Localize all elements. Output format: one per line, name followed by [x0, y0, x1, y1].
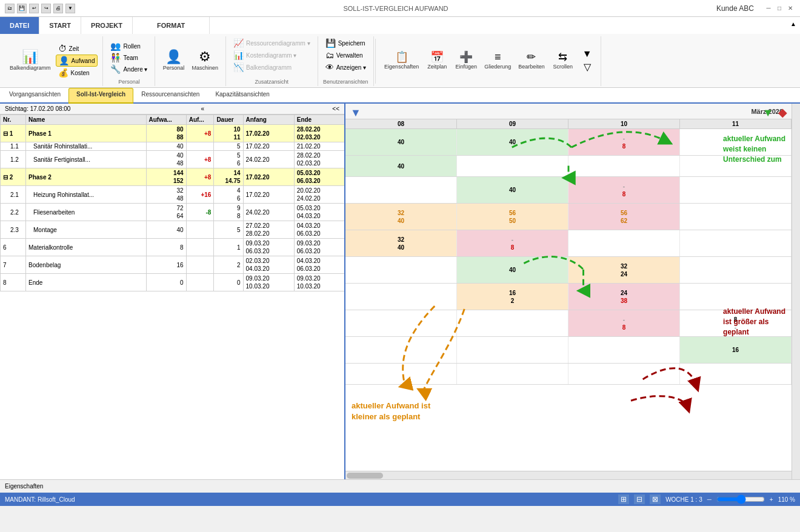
gliederung-btn[interactable]: ≡ Gliederung: [482, 50, 513, 71]
zeit-btn[interactable]: ⏱ Zeit: [56, 43, 98, 54]
col-name: Name: [25, 115, 146, 125]
tab-projekt[interactable]: PROJEKT: [81, 17, 133, 34]
vscroll-right[interactable]: [792, 104, 800, 479]
eigenschaften-btn[interactable]: 📋 Eigenschaften: [382, 50, 421, 71]
cell-two-val: 32 24: [621, 262, 627, 278]
grid-icon-2[interactable]: ⊟: [634, 494, 645, 504]
table-row: 7 Bodenbelag 16 2 02.03.2004.03.20 04.03…: [1, 256, 345, 274]
einfuegen-btn[interactable]: ➕ Einfügen: [453, 50, 479, 71]
bearbeiten-btn[interactable]: ✏ Bearbeiten: [516, 50, 547, 71]
zoom-slider[interactable]: [716, 494, 765, 504]
andere-icon: 🔧: [110, 64, 121, 74]
cell-top: -: [511, 236, 515, 244]
kosten-btn[interactable]: 💰 Kosten: [56, 67, 98, 78]
zoom-minus[interactable]: ─: [707, 496, 712, 503]
chart-nav-marker-red[interactable]: ◆: [778, 106, 787, 119]
zoom-plus[interactable]: +: [770, 496, 773, 503]
personal-big-label: Personal: [163, 65, 185, 71]
nav-prev[interactable]: «: [201, 105, 205, 112]
zeitplan-btn[interactable]: 📅 Zeitplan: [424, 50, 450, 71]
zoom-label: 110 %: [778, 496, 795, 503]
rollen-btn[interactable]: 👥 Rollen: [108, 41, 150, 52]
more-qat[interactable]: ▼: [65, 4, 75, 13]
gliederung-icon: ≡: [495, 52, 501, 62]
cell-auf: [186, 274, 214, 291]
tab-start[interactable]: START: [39, 17, 81, 34]
personal-big-btn[interactable]: 👤 Personal: [160, 49, 187, 72]
chart-row-7: 16: [345, 337, 792, 364]
zusatz-group-label: Zusatzansicht: [255, 78, 289, 85]
chart-cell: [680, 230, 792, 256]
phase-toggle[interactable]: ⊟: [3, 130, 8, 137]
phase2-toggle[interactable]: ⊟: [3, 174, 8, 181]
chart-cell: [680, 177, 792, 203]
filter1-btn[interactable]: ▼: [579, 48, 596, 60]
redo-qat[interactable]: ↪: [41, 4, 51, 13]
grid-icon-1[interactable]: ⊞: [618, 494, 629, 504]
maximize-btn[interactable]: □: [775, 4, 784, 13]
cell-nr: ⊟ 2: [1, 168, 26, 186]
cell-ende: 05.03.2006.03.20: [294, 168, 344, 186]
tab-datei[interactable]: DATEI: [0, 17, 39, 34]
hscroll-thumb[interactable]: [347, 473, 383, 479]
zusatz-col: 📈 Ressourcendiagramm ▾ 📊 Kostendiagramm …: [231, 38, 313, 73]
hscroll-bar[interactable]: [345, 471, 792, 479]
vtab-kapazitaet[interactable]: Kapazitätsansichten: [207, 88, 278, 102]
ribbon: DATEI START PROJEKT FORMAT ▲ 📊 Balkendia…: [0, 17, 800, 88]
chart-nav-prev[interactable]: ▼: [350, 107, 361, 119]
vtab-ressourcen[interactable]: Ressourcenansichten: [133, 88, 207, 102]
andere-btn[interactable]: 🔧 Andere ▾: [108, 64, 150, 75]
cell-dauer: 1011: [214, 125, 243, 142]
scrollen-btn[interactable]: ⇆ Scrollen: [550, 50, 576, 71]
cell-top: -: [622, 182, 626, 190]
ribbon-collapse-btn[interactable]: ▲: [787, 17, 800, 34]
nav-next[interactable]: <<: [332, 105, 339, 112]
print-qat[interactable]: 🖨: [53, 4, 63, 13]
undo-qat[interactable]: ↩: [29, 4, 39, 13]
cell-anfang: 27.02.2028.02.20: [243, 221, 294, 239]
speichern-btn[interactable]: 💾 Speichern: [323, 38, 368, 48]
verwalten-btn[interactable]: 🗂 Verwalten: [323, 50, 368, 61]
cell-bot: 38: [621, 297, 627, 305]
balken-diag-btn[interactable]: 📉 Balkendiagramm: [231, 62, 313, 73]
tab-format[interactable]: FORMAT: [133, 17, 210, 34]
chart-cell: [457, 310, 568, 336]
cell-auf: [186, 221, 214, 239]
ressourcendiagramm-btn[interactable]: 📈 Ressourcendiagramm ▾: [231, 38, 313, 48]
filter-group: ▼ ▽: [579, 48, 596, 73]
ribbon-group-res: 👤 Personal ⚙ Maschinen: [155, 36, 226, 86]
speichern-label: Speichern: [338, 40, 365, 47]
maschinen-label: Maschinen: [192, 65, 218, 71]
chart-cell: [457, 337, 568, 363]
balkendiagramm-btn[interactable]: 📊 Balkendiagramm: [7, 49, 53, 72]
grid-icon-3[interactable]: ⊠: [650, 494, 661, 504]
cell-auf: [186, 142, 214, 151]
chart-cell: [680, 257, 792, 283]
cell-name: Montage: [25, 221, 146, 239]
cell-name: Sanitär Fertiginstall...: [25, 151, 146, 168]
maschinen-btn[interactable]: ⚙ Maschinen: [189, 49, 221, 72]
cell-bot: 50: [509, 217, 516, 225]
cell-aufwa: 0: [146, 274, 186, 291]
cell-name: Bodenbelag: [25, 256, 146, 274]
minimize-btn[interactable]: ─: [764, 4, 773, 13]
mandant-label: MANDANT: Rillsoft_Cloud: [5, 496, 75, 503]
close-btn[interactable]: ✕: [785, 4, 795, 13]
aufwand-btn[interactable]: 👤 Aufwand: [56, 55, 98, 67]
ribbon-content: 📊 Balkendiagramm ⏱ Zeit 👤 Aufwand 💰 Kost…: [0, 34, 800, 87]
personal-group-label: Personal: [118, 78, 140, 85]
team-label: Team: [123, 55, 138, 61]
vtab-soll-ist[interactable]: Soll-Ist-Vergleich: [68, 88, 133, 104]
kostendiagramm-btn[interactable]: 📊 Kostendiagramm ▾: [231, 50, 313, 61]
team-btn[interactable]: 👫 Team: [108, 52, 150, 63]
save-qat[interactable]: 💾: [17, 4, 27, 13]
vtab-vorgaenge[interactable]: Vorgangsansichten: [1, 88, 68, 102]
verwalten-icon: 🗂: [325, 50, 334, 60]
anzeigen-btn[interactable]: 👁 Anzeigen ▾: [323, 62, 368, 73]
chart-nav-marker-green[interactable]: ▼: [762, 107, 773, 119]
ribbon-group-zusatz: 📈 Ressourcendiagramm ▾ 📊 Kostendiagramm …: [226, 36, 318, 86]
table-scroll[interactable]: Nr. Name Aufwa... Auf... Dauer Anfang En…: [0, 115, 344, 479]
filter2-btn[interactable]: ▽: [579, 61, 596, 73]
table-row: 1.1 Sanitär Rohinstallati... 40 5 17.02.…: [1, 142, 345, 151]
gliederung-label: Gliederung: [484, 64, 511, 70]
